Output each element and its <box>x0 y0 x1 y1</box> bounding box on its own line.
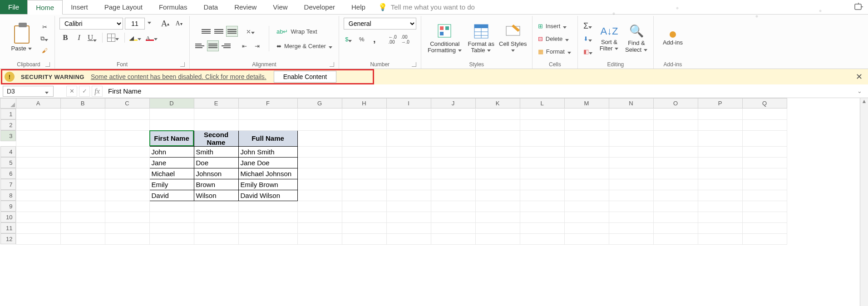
cell[interactable]: Wilson <box>194 190 238 201</box>
format-as-table-button[interactable]: Format as Table <box>467 24 496 54</box>
underline-button[interactable]: U <box>87 32 99 43</box>
cell[interactable]: Emily <box>149 179 194 190</box>
tell-me-search[interactable]: 💡 Tell me what you want to do <box>378 0 475 14</box>
row-header[interactable]: 4 <box>0 146 16 157</box>
clipboard-dialog-launcher[interactable] <box>45 62 50 67</box>
cut-button[interactable]: ✂ <box>39 21 50 32</box>
expand-formula-bar-button[interactable]: ⌄ <box>857 88 865 94</box>
col-header[interactable]: K <box>475 99 520 109</box>
vertical-scrollbar[interactable]: ▲ <box>860 98 868 306</box>
align-center-button[interactable] <box>207 40 219 51</box>
close-warning-button[interactable]: ✕ <box>856 72 863 82</box>
col-header[interactable]: J <box>431 99 475 109</box>
row-header[interactable]: 7 <box>0 179 16 190</box>
percent-button[interactable]: % <box>356 34 367 45</box>
row-header[interactable]: 1 <box>0 109 16 119</box>
row-header[interactable]: 9 <box>0 201 16 212</box>
col-header[interactable]: N <box>609 99 653 109</box>
cell[interactable]: Emily Brown <box>238 179 297 190</box>
borders-button[interactable] <box>106 32 121 43</box>
align-middle-button[interactable] <box>213 26 224 37</box>
col-header[interactable]: I <box>386 99 431 109</box>
align-bottom-button[interactable] <box>226 26 238 37</box>
tab-insert[interactable]: Insert <box>63 0 96 14</box>
orientation-button[interactable]: ⤬ <box>245 26 256 37</box>
col-header[interactable]: B <box>60 99 105 109</box>
font-color-button[interactable]: A <box>145 32 159 43</box>
bold-button[interactable]: B <box>59 32 71 43</box>
cell[interactable]: John <box>149 146 194 157</box>
row-header[interactable]: 11 <box>0 222 16 233</box>
tab-page-layout[interactable]: Page Layout <box>96 0 151 14</box>
cell-D3[interactable]: First Name <box>149 130 194 146</box>
col-header[interactable]: A <box>16 99 60 109</box>
tab-view[interactable]: View <box>265 0 296 14</box>
insert-function-button[interactable]: fx <box>92 86 103 97</box>
tab-developer[interactable]: Developer <box>296 0 343 14</box>
delete-cells-button[interactable]: ⊟Delete <box>537 33 571 44</box>
cell[interactable]: David Wilson <box>238 190 297 201</box>
cell[interactable]: Smith <box>194 146 238 157</box>
col-header[interactable]: E <box>194 99 238 109</box>
share-icon[interactable] <box>854 3 863 12</box>
cell-styles-button[interactable]: Cell Styles <box>498 24 528 54</box>
number-format-select[interactable]: General <box>344 18 416 30</box>
tab-review[interactable]: Review <box>226 0 265 14</box>
wrap-text-button[interactable]: ab↵ Wrap Text <box>276 26 318 37</box>
sort-filter-button[interactable]: A↓Z Sort & Filter <box>597 25 621 52</box>
font-size-input[interactable] <box>125 18 145 30</box>
scroll-up-icon[interactable]: ▲ <box>860 98 868 104</box>
row-header[interactable]: 5 <box>0 157 16 168</box>
cell-F3[interactable]: Full Name <box>238 130 297 146</box>
col-header[interactable]: O <box>653 99 698 109</box>
accept-formula-button[interactable]: ✓ <box>79 86 90 97</box>
align-left-button[interactable] <box>194 40 205 51</box>
name-box[interactable]: D3 <box>3 86 54 97</box>
cell[interactable]: Jane Doe <box>238 157 297 168</box>
cell[interactable]: Doe <box>194 157 238 168</box>
cell[interactable]: Michael Johnson <box>238 168 297 179</box>
fill-color-button[interactable]: ◢ <box>128 32 143 43</box>
row-header[interactable]: 3 <box>0 130 16 141</box>
tab-home[interactable]: Home <box>27 0 63 15</box>
fill-button[interactable]: ⬇ <box>582 34 594 44</box>
insert-cells-button[interactable]: ⊞Insert <box>537 20 569 31</box>
formula-input[interactable] <box>104 86 855 96</box>
cell-E3[interactable]: Second Name <box>194 130 238 146</box>
tab-help[interactable]: Help <box>343 0 374 14</box>
col-header[interactable]: Q <box>742 99 787 109</box>
row-header[interactable]: 6 <box>0 168 16 179</box>
italic-button[interactable]: I <box>73 32 85 43</box>
merge-center-button[interactable]: ⬌ Merge & Center <box>276 40 334 51</box>
col-header[interactable]: M <box>564 99 609 109</box>
cell[interactable]: John Smith <box>238 146 297 157</box>
tab-data[interactable]: Data <box>195 0 226 14</box>
row-header[interactable]: 10 <box>0 212 16 222</box>
decrease-decimal-button[interactable]: .00→.0 <box>400 34 411 45</box>
cancel-formula-button[interactable]: ✕ <box>66 86 77 97</box>
find-select-button[interactable]: 🔍 Find & Select <box>624 24 649 53</box>
shrink-font-button[interactable]: A▾ <box>173 18 185 29</box>
increase-indent-button[interactable]: ⇥ <box>252 40 262 51</box>
col-header[interactable]: H <box>342 99 386 109</box>
enable-content-button[interactable]: Enable Content <box>274 71 337 83</box>
grid[interactable]: A B C D E F G H I J K L M N O P Q 1 <box>0 98 787 245</box>
alignment-dialog-launcher[interactable] <box>330 62 334 67</box>
increase-decimal-button[interactable]: ←.0.00 <box>387 34 398 45</box>
col-header[interactable]: L <box>520 99 564 109</box>
font-size-dropdown[interactable] <box>147 18 158 29</box>
format-painter-button[interactable]: 🖌 <box>39 45 50 56</box>
row-header[interactable]: 2 <box>0 119 16 130</box>
col-header[interactable]: P <box>698 99 742 109</box>
font-name-select[interactable]: Calibri <box>59 18 123 30</box>
tab-formulas[interactable]: Formulas <box>151 0 196 14</box>
col-header[interactable]: D <box>149 99 194 109</box>
clear-button[interactable]: ◧ <box>582 46 594 57</box>
cell[interactable]: David <box>149 190 194 201</box>
col-header[interactable]: G <box>297 99 342 109</box>
addins-button[interactable]: Add-ins <box>658 31 687 46</box>
font-dialog-launcher[interactable] <box>180 62 185 67</box>
col-header[interactable]: C <box>105 99 149 109</box>
cell[interactable]: Michael <box>149 168 194 179</box>
tab-file[interactable]: File <box>0 0 27 14</box>
